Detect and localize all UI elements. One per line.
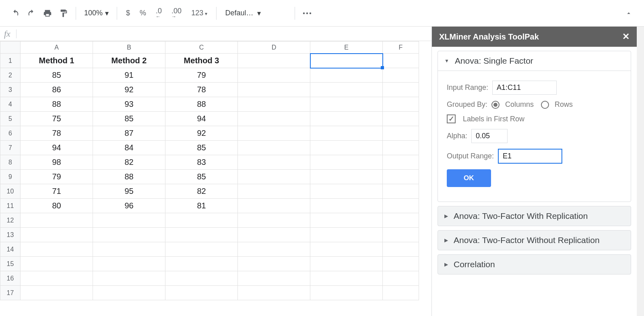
cell-D6[interactable]	[238, 126, 310, 141]
cell-B7[interactable]: 84	[93, 141, 165, 155]
alpha-field[interactable]	[471, 129, 508, 143]
cell-C13[interactable]	[165, 228, 238, 242]
row-header-5[interactable]: 5	[0, 112, 21, 126]
radio-rows[interactable]	[541, 101, 549, 109]
cell-E8[interactable]	[310, 155, 383, 170]
cell-C10[interactable]: 82	[165, 184, 238, 199]
cell-B16[interactable]	[93, 271, 165, 286]
cell-B1[interactable]: Method 2	[93, 54, 165, 68]
row-header-1[interactable]: 1	[0, 54, 21, 68]
cell-C8[interactable]: 83	[165, 155, 238, 170]
cell-F15[interactable]	[383, 257, 419, 271]
grid[interactable]: ABCDEF1Method 1Method 2Method 3285917938…	[0, 41, 431, 316]
format-decrease-decimal-button[interactable]: .0 ←	[152, 7, 166, 19]
cell-D3[interactable]	[238, 83, 310, 97]
cell-D4[interactable]	[238, 97, 310, 112]
cell-B11[interactable]: 96	[93, 199, 165, 213]
cell-D1[interactable]	[238, 54, 310, 68]
cell-A14[interactable]	[21, 242, 93, 257]
cell-E10[interactable]	[310, 184, 383, 199]
cell-C17[interactable]	[165, 286, 238, 300]
format-increase-decimal-button[interactable]: .00 →	[167, 7, 186, 19]
cell-B14[interactable]	[93, 242, 165, 257]
corner-cell[interactable]	[0, 42, 21, 54]
cell-E16[interactable]	[310, 271, 383, 286]
row-header-3[interactable]: 3	[0, 83, 21, 97]
cell-C4[interactable]: 88	[165, 97, 238, 112]
cell-B10[interactable]: 95	[93, 184, 165, 199]
cell-D7[interactable]	[238, 141, 310, 155]
zoom-select[interactable]: 100% ▾	[81, 9, 112, 18]
cell-B2[interactable]: 91	[93, 68, 165, 83]
output-range-field[interactable]	[498, 149, 562, 164]
cell-F7[interactable]	[383, 141, 419, 155]
cell-A17[interactable]	[21, 286, 93, 300]
cell-A15[interactable]	[21, 257, 93, 271]
radio-columns[interactable]	[491, 101, 500, 109]
cell-D5[interactable]	[238, 112, 310, 126]
cell-E7[interactable]	[310, 141, 383, 155]
panel-header[interactable]: ▶Anova: Two-Factor Without Replication	[438, 231, 631, 250]
cell-F13[interactable]	[383, 228, 419, 242]
cell-F16[interactable]	[383, 271, 419, 286]
row-header-15[interactable]: 15	[0, 257, 21, 271]
cell-D16[interactable]	[238, 271, 310, 286]
cell-C6[interactable]: 92	[165, 126, 238, 141]
cell-A8[interactable]: 98	[21, 155, 93, 170]
cell-A9[interactable]: 79	[21, 170, 93, 184]
cell-B13[interactable]	[93, 228, 165, 242]
cell-A6[interactable]: 78	[21, 126, 93, 141]
cell-E3[interactable]	[310, 83, 383, 97]
cell-A13[interactable]	[21, 228, 93, 242]
cell-C1[interactable]: Method 3	[165, 54, 238, 68]
cell-C2[interactable]: 79	[165, 68, 238, 83]
cell-F9[interactable]	[383, 170, 419, 184]
cell-C3[interactable]: 78	[165, 83, 238, 97]
cell-D2[interactable]	[238, 68, 310, 83]
cell-D14[interactable]	[238, 242, 310, 257]
cell-B12[interactable]	[93, 213, 165, 228]
cell-F6[interactable]	[383, 126, 419, 141]
row-header-2[interactable]: 2	[0, 68, 21, 83]
col-header-C[interactable]: C	[165, 42, 238, 54]
cell-B3[interactable]: 92	[93, 83, 165, 97]
cell-D11[interactable]	[238, 199, 310, 213]
cell-D12[interactable]	[238, 213, 310, 228]
format-percent-button[interactable]: %	[136, 9, 150, 17]
cell-E13[interactable]	[310, 228, 383, 242]
col-header-D[interactable]: D	[238, 42, 310, 54]
row-header-4[interactable]: 4	[0, 97, 21, 112]
cell-B17[interactable]	[93, 286, 165, 300]
cell-E4[interactable]	[310, 97, 383, 112]
cell-A1[interactable]: Method 1	[21, 54, 93, 68]
row-header-9[interactable]: 9	[0, 170, 21, 184]
row-header-8[interactable]: 8	[0, 155, 21, 170]
cell-C12[interactable]	[165, 213, 238, 228]
cell-E1[interactable]	[310, 54, 383, 68]
row-header-17[interactable]: 17	[0, 286, 21, 300]
cell-A3[interactable]: 86	[21, 83, 93, 97]
close-icon[interactable]: ✕	[622, 31, 630, 42]
cell-B5[interactable]: 85	[93, 112, 165, 126]
row-header-7[interactable]: 7	[0, 141, 21, 155]
cell-C5[interactable]: 94	[165, 112, 238, 126]
panel-header[interactable]: ▶Anova: Two-Factor With Replication	[438, 206, 631, 226]
more-button[interactable]	[300, 6, 314, 21]
cell-A2[interactable]: 85	[21, 68, 93, 83]
cell-F12[interactable]	[383, 213, 419, 228]
cell-C11[interactable]: 81	[165, 199, 238, 213]
cell-B8[interactable]: 82	[93, 155, 165, 170]
panel-header[interactable]: ▶Correlation	[438, 255, 631, 274]
redo-button[interactable]	[24, 6, 39, 21]
cell-B9[interactable]: 88	[93, 170, 165, 184]
font-select[interactable]: Default (Ari... ▾	[221, 9, 290, 18]
cell-C7[interactable]: 85	[165, 141, 238, 155]
cell-E9[interactable]	[310, 170, 383, 184]
row-header-13[interactable]: 13	[0, 228, 21, 242]
formula-input[interactable]	[21, 30, 427, 37]
cell-D10[interactable]	[238, 184, 310, 199]
cell-E15[interactable]	[310, 257, 383, 271]
cell-F8[interactable]	[383, 155, 419, 170]
cell-A11[interactable]: 80	[21, 199, 93, 213]
cell-D15[interactable]	[238, 257, 310, 271]
